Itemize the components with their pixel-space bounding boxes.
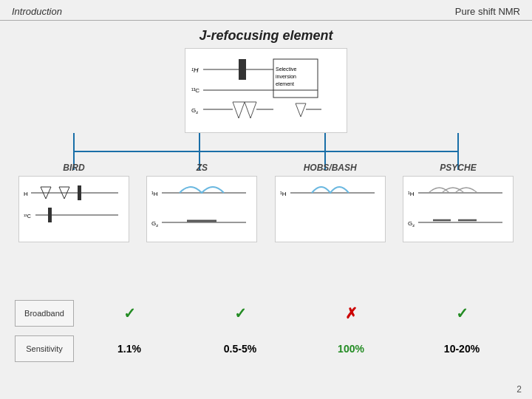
slide-title: J-refocusing element	[0, 28, 532, 44]
sensitivity-val-3: 10-20%	[406, 343, 517, 355]
broadband-row: Broadband ✓ ✓ ✗ ✓	[15, 299, 517, 328]
broadband-check-1: ✓	[234, 305, 247, 321]
data-section: Broadband ✓ ✓ ✗ ✓ Sensitivity	[15, 299, 517, 369]
sensitivity-val-0: 1.1%	[74, 343, 185, 355]
svg-text:Gz: Gz	[191, 107, 198, 115]
broadband-label: Broadband	[15, 300, 74, 327]
svg-text:Gz: Gz	[151, 220, 158, 228]
psyche-label: PSYCHE	[440, 163, 476, 173]
svg-text:inversion: inversion	[276, 74, 296, 79]
sens-text-3: 10-20%	[444, 343, 480, 355]
svg-text:¹H: ¹H	[408, 191, 415, 197]
svg-text:¹H: ¹H	[280, 191, 287, 197]
svg-marker-13	[245, 102, 256, 118]
bird-label: BIRD	[63, 163, 84, 173]
sensitivity-label: Sensitivity	[15, 335, 74, 362]
broadband-values: ✓ ✓ ✗ ✓	[74, 304, 517, 322]
sens-text-1: 0.5-5%	[224, 343, 256, 355]
header-right-label: Pure shift NMR	[455, 6, 520, 17]
svg-rect-30	[78, 185, 81, 200]
svg-text:¹H: ¹H	[151, 191, 158, 197]
top-diagram-svg: ¹H Selective inversion element ¹³C Gz	[188, 52, 344, 129]
svg-text:¹H: ¹H	[191, 66, 199, 74]
svg-text:Gz: Gz	[408, 220, 415, 228]
header: Introduction Pure shift NMR	[0, 0, 532, 21]
sensitivity-row: Sensitivity 1.1% 0.5-5% 100% 10-20%	[15, 334, 517, 364]
methods-row: BIRD H ¹³C	[15, 163, 517, 242]
broadband-val-0: ✓	[74, 304, 185, 322]
svg-rect-33	[48, 208, 52, 222]
broadband-check-0: ✓	[123, 305, 136, 321]
svg-text:¹³C: ¹³C	[24, 214, 31, 219]
bird-svg: H ¹³C	[22, 180, 126, 239]
zs-diagram: ¹H Gz	[146, 176, 257, 242]
sensitivity-val-1: 0.5-5%	[185, 343, 296, 355]
svg-rect-2	[239, 59, 246, 80]
sens-text-2: 100%	[338, 343, 364, 355]
psyche-svg: ¹H Gz	[406, 180, 510, 239]
bird-diagram: H ¹³C	[18, 176, 129, 242]
broadband-val-2: ✗	[296, 304, 406, 322]
broadband-val-3: ✓	[406, 304, 517, 322]
svg-text:Selective: Selective	[276, 66, 297, 72]
method-hobs: HOBS/BASH ¹H	[271, 163, 389, 242]
svg-marker-15	[296, 103, 306, 117]
slide-title-text: J-refocusing element	[199, 28, 332, 43]
broadband-check-3: ✓	[456, 305, 468, 321]
svg-text:H: H	[24, 191, 28, 197]
slide: Introduction Pure shift NMR J-refocusing…	[0, 0, 532, 399]
hobs-label: HOBS/BASH	[304, 163, 357, 173]
sens-text-0: 1.1%	[117, 343, 141, 355]
header-left-label: Introduction	[12, 6, 62, 17]
sensitivity-values: 1.1% 0.5-5% 100% 10-20%	[74, 343, 517, 355]
diagram-area: ¹H Selective inversion element ¹³C Gz	[15, 48, 517, 284]
broadband-cross-2: ✗	[345, 305, 358, 321]
sensitivity-val-2: 100%	[296, 343, 406, 355]
svg-text:¹³C: ¹³C	[191, 87, 200, 94]
method-bird: BIRD H ¹³C	[15, 163, 133, 242]
hobs-svg: ¹H	[279, 180, 382, 239]
svg-text:element: element	[276, 81, 294, 86]
zs-svg: ¹H Gz	[150, 180, 253, 239]
method-zs: ZS ¹H Gz	[143, 163, 261, 242]
psyche-diagram: ¹H Gz	[403, 176, 514, 242]
method-psyche: PSYCHE ¹H Gz	[399, 163, 517, 242]
svg-marker-12	[233, 102, 245, 118]
hobs-diagram: ¹H	[275, 176, 386, 242]
broadband-val-1: ✓	[185, 304, 296, 322]
page-number: 2	[516, 384, 522, 395]
top-diagram: ¹H Selective inversion element ¹³C Gz	[185, 48, 347, 133]
zs-label: ZS	[197, 163, 208, 173]
